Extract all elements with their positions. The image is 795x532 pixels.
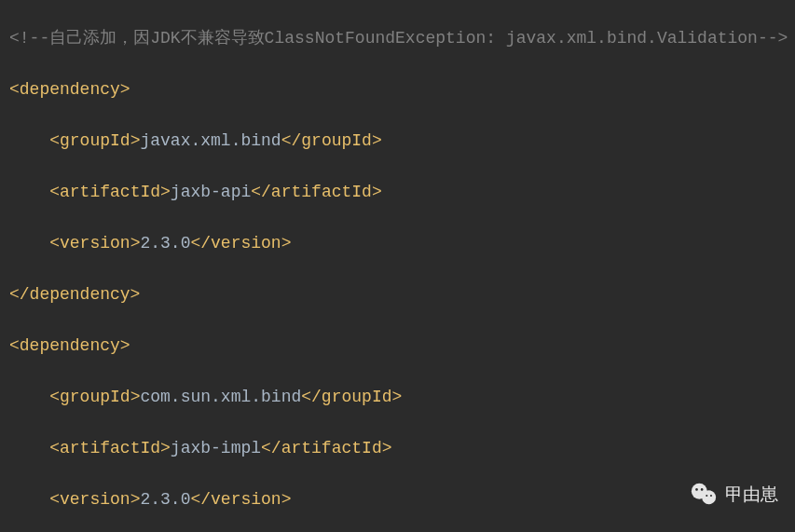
xml-text: com.sun.xml.bind [140, 388, 301, 406]
xml-tag: <version> [49, 490, 140, 509]
code-line: <artifactId>jaxb-api</artifactId> [0, 180, 795, 206]
xml-tag: <groupId> [49, 388, 140, 406]
wechat-icon [690, 481, 718, 509]
svg-point-1 [702, 490, 716, 504]
watermark: 甲由崽 [690, 481, 778, 509]
xml-tag: </dependency> [9, 285, 140, 304]
code-line: <groupId>com.sun.xml.bind</groupId> [0, 385, 795, 411]
code-line: <version>2.3.0</version> [0, 231, 795, 257]
xml-text: 2.3.0 [140, 490, 190, 509]
watermark-text: 甲由崽 [725, 482, 778, 508]
xml-tag: <artifactId> [49, 439, 171, 457]
code-line: <dependency> [0, 334, 795, 360]
xml-text: javax.xml.bind [140, 131, 281, 150]
xml-tag: </artifactId> [251, 183, 381, 201]
code-line: <version>2.3.0</version> [0, 487, 795, 513]
xml-tag: <version> [49, 234, 140, 252]
xml-tag: </groupId> [301, 388, 402, 406]
xml-text: jaxb-api [171, 183, 251, 201]
code-line: <groupId>javax.xml.bind</groupId> [0, 129, 795, 155]
xml-tag: <artifactId> [49, 183, 171, 201]
xml-tag: <dependency> [9, 80, 130, 99]
xml-text: 2.3.0 [140, 234, 190, 252]
svg-point-4 [706, 495, 707, 497]
xml-tag: </groupId> [281, 131, 382, 150]
svg-point-2 [695, 488, 698, 491]
code-line: <!--自己添加，因JDK不兼容导致ClassNotFoundException… [0, 26, 795, 52]
code-line: <dependency> [0, 77, 795, 103]
svg-point-5 [710, 495, 712, 497]
code-line: <artifactId>jaxb-impl</artifactId> [0, 436, 795, 462]
xml-tag: <groupId> [49, 131, 140, 150]
svg-point-3 [701, 488, 704, 491]
xml-tag: </version> [190, 490, 291, 509]
xml-tag: <dependency> [9, 336, 130, 355]
xml-tag: </version> [190, 234, 291, 252]
xml-text: jaxb-impl [171, 439, 261, 457]
xml-comment: <!--自己添加，因JDK不兼容导致ClassNotFoundException… [9, 29, 788, 48]
code-editor[interactable]: <!--自己添加，因JDK不兼容导致ClassNotFoundException… [0, 0, 795, 532]
code-line: </dependency> [0, 282, 795, 308]
xml-tag: </artifactId> [261, 439, 391, 457]
